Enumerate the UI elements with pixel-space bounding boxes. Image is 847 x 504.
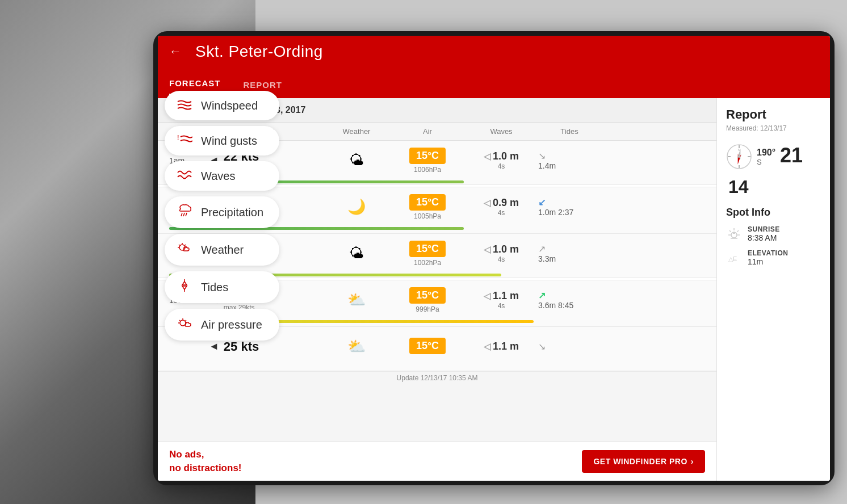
sunrise-label: SUNRISE bbox=[748, 225, 780, 233]
air-1: 15°C 1006hPa bbox=[391, 148, 464, 174]
tides-4: ↗ 3.6m 8:45 bbox=[538, 290, 601, 310]
right-sidebar: Report Measured: 12/13/17 N bbox=[716, 98, 830, 481]
weather-4: ⛅ bbox=[322, 291, 391, 309]
tide-arrow-2: ↙ bbox=[538, 197, 546, 208]
waves-4: ◁ 1.1 m 4s bbox=[464, 290, 538, 310]
tides-5: ↘ bbox=[538, 341, 601, 352]
weather-menu-icon bbox=[176, 241, 193, 259]
pressure-1: 1006hPa bbox=[414, 166, 441, 174]
menu-label-windgusts: Wind gusts bbox=[201, 135, 257, 148]
elevation-icon: △E bbox=[726, 250, 742, 266]
weather-2: 🌙 bbox=[322, 198, 391, 216]
update-text: Update 12/13/17 10:35 AM bbox=[158, 372, 716, 384]
spot-info-title: Spot Info bbox=[726, 207, 821, 219]
menu-item-precipitation[interactable]: Precipitation bbox=[165, 196, 279, 228]
svg-line-18 bbox=[181, 213, 182, 216]
col-air: Air bbox=[391, 127, 464, 136]
tide-val-4: 3.6m 8:45 bbox=[538, 301, 573, 310]
svg-line-12 bbox=[729, 230, 731, 232]
menu-label-waves: Waves bbox=[201, 170, 235, 183]
weather-icon-4: ⛅ bbox=[347, 291, 366, 309]
col-weather: Weather bbox=[322, 127, 391, 136]
weather-3: 🌤 bbox=[322, 245, 391, 262]
svg-line-20 bbox=[186, 213, 187, 216]
waves-2: ◁ 0.9 m 4s bbox=[464, 197, 538, 217]
menu-item-waves[interactable]: Waves bbox=[165, 161, 279, 191]
sunrise-info: SUNRISE 8:38 AM bbox=[748, 225, 780, 242]
col-tides: Tides bbox=[538, 127, 601, 136]
compass-dir: S bbox=[757, 158, 775, 166]
chevron-right-icon: › bbox=[691, 457, 694, 466]
tide-arrow-1: ↘ bbox=[538, 150, 546, 161]
tide-arrow-4: ↗ bbox=[538, 290, 546, 301]
menu-item-windspeed[interactable]: Windspeed bbox=[165, 91, 279, 120]
elevation-value: 11m bbox=[748, 257, 788, 266]
tide-val-3: 3.3m bbox=[538, 254, 556, 263]
menu-item-airpressure[interactable]: Air pressure bbox=[165, 309, 279, 341]
sunrise-icon bbox=[726, 226, 742, 242]
weather-icon-5: ⛅ bbox=[347, 338, 366, 355]
sunrise-value: 8:38 AM bbox=[748, 233, 780, 242]
waves-5: ◁ 1.1 m bbox=[464, 341, 538, 352]
wind-report-val: 21 bbox=[780, 144, 803, 167]
tides-2: ↙ 1.0m 2:37 bbox=[538, 197, 601, 217]
wave-period-4: 4s bbox=[498, 302, 505, 310]
menu-label-tides: Tides bbox=[201, 281, 228, 294]
pressure-2: 1005hPa bbox=[414, 212, 441, 220]
svg-line-10 bbox=[737, 230, 739, 232]
tide-val-1: 1.4m bbox=[538, 161, 556, 170]
elevation-info: ELEVATION 11m bbox=[748, 249, 788, 266]
wind-arrow-5: ◄ bbox=[209, 341, 219, 352]
weather-5: ⛅ bbox=[322, 338, 391, 355]
spot-sunrise: SUNRISE 8:38 AM bbox=[726, 225, 821, 242]
report-title: Report bbox=[726, 107, 821, 122]
no-ads-text: No ads,no distractions! bbox=[169, 448, 242, 475]
airpressure-icon bbox=[176, 316, 193, 334]
menu-label-precipitation: Precipitation bbox=[201, 206, 263, 219]
wave-period-3: 4s bbox=[498, 255, 505, 263]
waves-3: ◁ 1.0 m 4s bbox=[464, 243, 538, 263]
svg-line-23 bbox=[185, 245, 186, 246]
spot-elevation: △E ELEVATION 11m bbox=[726, 249, 821, 266]
windspeed-icon bbox=[176, 98, 193, 114]
wind-5: ◄ 25 kts bbox=[209, 339, 322, 354]
temp-2: 15°C bbox=[409, 194, 446, 211]
precipitation-icon bbox=[176, 203, 193, 221]
menu-label-weather: Weather bbox=[201, 243, 244, 257]
menu-item-weather[interactable]: Weather bbox=[165, 234, 279, 266]
windgusts-icon: ! bbox=[176, 133, 193, 149]
air-3: 15°C 1002hPa bbox=[391, 241, 464, 267]
menu-item-tides[interactable]: Tides bbox=[165, 271, 279, 303]
temp-4: 15°C bbox=[409, 287, 446, 304]
weather-icon-1: 🌤 bbox=[349, 152, 364, 169]
compass-info: 190° S bbox=[757, 148, 775, 166]
elevation-label: ELEVATION bbox=[748, 249, 788, 257]
back-button[interactable]: ← bbox=[169, 44, 182, 59]
windfinder-pro-button[interactable]: GET WINDFINDER PRO › bbox=[582, 450, 705, 473]
wave-period-2: 4s bbox=[498, 209, 505, 217]
temp-3: 15°C bbox=[409, 241, 446, 257]
weather-1: 🌤 bbox=[322, 152, 391, 169]
wind-info-5: 25 kts bbox=[224, 339, 259, 354]
compass-icon: N bbox=[726, 144, 752, 170]
menu-label-airpressure: Air pressure bbox=[201, 318, 262, 331]
wind-report-val2: 14 bbox=[728, 177, 821, 198]
waves-1: ◁ 1.0 m 4s bbox=[464, 150, 538, 170]
col-waves: Waves bbox=[464, 127, 538, 136]
pressure-4: 999hPa bbox=[416, 305, 439, 313]
svg-text:△E: △E bbox=[728, 255, 737, 262]
tides-icon bbox=[176, 278, 193, 296]
app-header: ← Skt. Peter-Ording FORECAST REPORT bbox=[158, 36, 830, 98]
air-2: 15°C 1005hPa bbox=[391, 194, 464, 220]
temp-5: 15°C bbox=[409, 338, 446, 354]
tides-3: ↗ 3.3m bbox=[538, 243, 601, 263]
weather-icon-3: 🌤 bbox=[349, 245, 364, 262]
tides-1: ↘ 1.4m bbox=[538, 150, 601, 170]
weather-icon-2: 🌙 bbox=[347, 198, 366, 216]
svg-text:!: ! bbox=[177, 135, 179, 141]
temp-1: 15°C bbox=[409, 148, 446, 164]
air-5: 15°C bbox=[391, 338, 464, 356]
wave-val-5: ◁ 1.1 m bbox=[484, 341, 519, 352]
wave-period-1: 4s bbox=[498, 162, 505, 170]
menu-item-windgusts[interactable]: ! Wind gusts bbox=[165, 126, 279, 156]
